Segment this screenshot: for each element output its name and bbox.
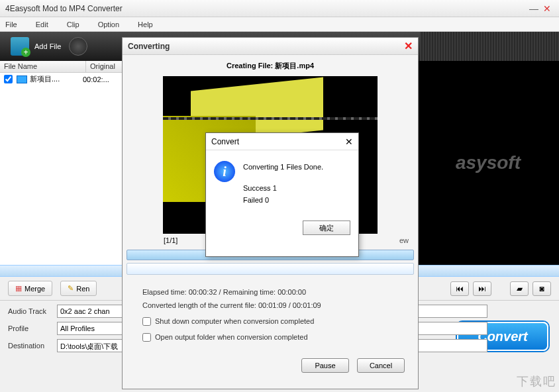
add-file-icon xyxy=(11,37,29,56)
rename-button[interactable]: ✎ Ren xyxy=(60,281,97,296)
file-row-checkbox[interactable] xyxy=(4,75,13,83)
add-file-label: Add File xyxy=(34,42,61,50)
alert-done-text: Converting 1 Files Done. xyxy=(243,161,323,173)
col-filename[interactable]: File Name xyxy=(0,61,86,72)
shutdown-label: Shut down computer when conversion compl… xyxy=(155,315,314,328)
prev-button[interactable]: ⏮ xyxy=(450,281,469,296)
convert-alert: Convert ✕ i Converting 1 Files Done. Suc… xyxy=(205,132,359,257)
converted-length: Converted length of the current file: 00… xyxy=(142,299,398,312)
merge-icon: ▦ xyxy=(15,284,22,293)
menu-help[interactable]: Help xyxy=(138,21,153,28)
open-folder-checkbox[interactable] xyxy=(142,333,151,342)
dialog-close-icon[interactable]: ✕ xyxy=(404,40,413,52)
snapshot-button[interactable]: ◙ xyxy=(533,281,551,296)
alert-title: Convert xyxy=(211,137,345,146)
video-icon xyxy=(17,75,27,83)
alert-close-icon[interactable]: ✕ xyxy=(345,136,353,147)
film-strip-decoration xyxy=(420,32,559,61)
menu-option[interactable]: Option xyxy=(98,21,119,28)
rename-label: Ren xyxy=(76,285,89,293)
open-folder-label: Open output folder when conversion compl… xyxy=(155,330,308,344)
audio-track-label: Audio Track xyxy=(8,307,53,315)
alert-ok-button[interactable]: 确定 xyxy=(303,220,350,235)
pause-button[interactable]: Pause xyxy=(301,358,349,373)
profile-label: Profile xyxy=(8,324,53,332)
menu-clip[interactable]: Clip xyxy=(67,21,79,28)
snapshot-folder-button[interactable]: ▰ xyxy=(510,281,529,296)
site-watermark: 下载吧 xyxy=(517,373,556,389)
merge-label: Merge xyxy=(25,285,45,293)
alert-failed-text: Failed 0 xyxy=(243,194,323,206)
dialog-title: Converting xyxy=(128,42,404,51)
creating-file-label: Creating File: 新项目.mp4 xyxy=(123,55,418,76)
progress-bar-2 xyxy=(127,263,414,275)
menubar: File Edit Clip Option Help xyxy=(0,17,559,32)
preview-pane: asysoft xyxy=(417,61,559,265)
preview-ew-label: ew xyxy=(399,236,418,244)
cancel-button[interactable]: Cancel xyxy=(357,358,405,373)
menu-edit[interactable]: Edit xyxy=(36,21,48,28)
file-row-name: 新项目.... xyxy=(30,74,80,84)
info-icon: i xyxy=(214,161,235,182)
alert-success-text: Success 1 xyxy=(243,182,323,194)
window-title: 4Easysoft Mod to MP4 Converter xyxy=(5,4,527,13)
shutdown-checkbox[interactable] xyxy=(142,317,151,326)
file-row-duration: 00:02:... xyxy=(83,75,109,83)
close-icon[interactable]: ✕ xyxy=(540,3,554,14)
elapsed-time: Elapsed time: 00:00:32 / Remaining time:… xyxy=(142,285,398,299)
preview-watermark: asysoft xyxy=(456,152,521,173)
menu-file[interactable]: File xyxy=(5,21,17,28)
destination-label: Destination xyxy=(8,342,53,350)
add-file-button[interactable]: Add File xyxy=(11,37,61,56)
minimize-icon[interactable]: — xyxy=(527,3,540,14)
file-counter: [1/1] xyxy=(123,234,219,247)
toolbar-round-button[interactable] xyxy=(69,37,87,56)
merge-button[interactable]: ▦ Merge xyxy=(8,281,52,296)
next-button[interactable]: ⏭ xyxy=(473,281,491,296)
rename-icon: ✎ xyxy=(68,284,74,293)
